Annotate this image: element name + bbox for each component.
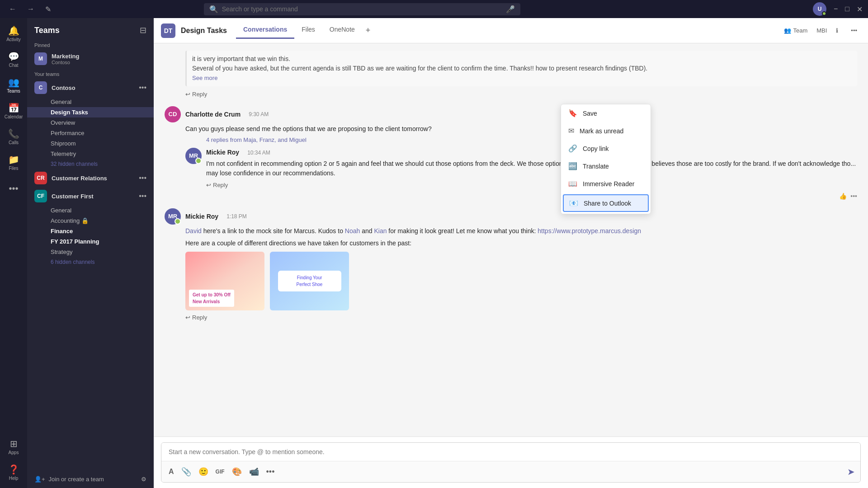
contoso-hidden-channels[interactable]: 32 hidden channels	[27, 159, 154, 169]
reply-link-3[interactable]: ↩ Reply	[185, 313, 857, 322]
meet-button[interactable]: 📹	[247, 465, 261, 479]
sub-message-text: I'm not confident in recommending option…	[206, 159, 857, 178]
your-teams-label: Your teams	[27, 68, 154, 79]
compose-input[interactable]	[161, 443, 860, 461]
ctx-mark-unread[interactable]: ✉ Mark as unread	[561, 122, 651, 140]
back-button[interactable]: ←	[5, 3, 20, 15]
emoji-button[interactable]: 🙂	[197, 465, 210, 479]
rail-item-chat[interactable]: 💬 Chat	[2, 47, 25, 71]
tab-onenote[interactable]: OneNote	[322, 22, 362, 39]
tab-files[interactable]: Files	[294, 22, 322, 39]
marketing-sub: Contoso	[52, 60, 146, 65]
send-button[interactable]: ➤	[847, 466, 855, 477]
info-button[interactable]: ℹ	[832, 25, 842, 36]
attach-button[interactable]: 📎	[179, 465, 193, 479]
tab-conversations[interactable]: Conversations	[236, 22, 294, 39]
avatar-charlotte: CD	[165, 106, 181, 122]
customer-relations-icon: CR	[34, 172, 47, 184]
format-button[interactable]: A	[167, 466, 176, 478]
channel-general[interactable]: General	[27, 97, 154, 107]
files-icon: 📁	[8, 154, 19, 165]
reply-label-1: Reply	[192, 90, 207, 99]
message-3-header: MR Mickie Roy 1:18 PM	[165, 208, 857, 225]
customer-first-hidden-channels[interactable]: 6 hidden channels	[27, 257, 154, 267]
tab-add-button[interactable]: +	[362, 22, 374, 39]
compose-button[interactable]: ✎	[42, 3, 55, 15]
customer-first-more-button[interactable]: •••	[139, 192, 146, 200]
calendar-icon: 📅	[8, 103, 19, 113]
close-button[interactable]: ✕	[857, 5, 863, 14]
ctx-copy-link[interactable]: 🔗 Copy link	[561, 140, 651, 157]
message-more-button[interactable]: •••	[850, 192, 857, 201]
rail-item-help[interactable]: ❓ Help	[2, 460, 25, 484]
mention-noah[interactable]: Noah	[345, 227, 360, 235]
channel-performance[interactable]: Performance	[27, 128, 154, 138]
compose-area: A 📎 🙂 GIF 🎨 📹 ••• ➤	[154, 436, 868, 488]
contoso-more-button[interactable]: •••	[139, 84, 146, 92]
maximize-button[interactable]: □	[845, 5, 849, 13]
channel-fy2017[interactable]: FY 2017 Planning	[27, 236, 154, 247]
customer-relations-more-button[interactable]: •••	[139, 174, 146, 182]
minimize-button[interactable]: −	[834, 5, 838, 13]
ctx-save[interactable]: 🔖 Save	[561, 104, 651, 122]
forward-button[interactable]: →	[24, 3, 38, 15]
image-thumb-2[interactable]: Finding YourPerfect Shoe	[270, 252, 349, 310]
teams-sidebar: Teams ⊟ Pinned M Marketing Contoso Your …	[27, 18, 154, 488]
titlebar: ← → ✎ 🔍 🎤 U − □ ✕	[0, 0, 868, 18]
message-2-actions: 👍 •••	[185, 192, 857, 201]
ctx-share-outlook[interactable]: 📧 Share to Outlook	[563, 194, 649, 212]
rail-item-calls[interactable]: 📞 Calls	[2, 125, 25, 149]
image-thumb-1[interactable]: Get up to 30% OffNew Arrivals	[185, 252, 264, 310]
team-icon: 👥	[784, 27, 791, 34]
reply-link-1[interactable]: ↩ Reply	[185, 90, 857, 99]
channel-shiproom[interactable]: Shiproom	[27, 138, 154, 149]
channel-overview[interactable]: Overview	[27, 117, 154, 128]
filter-icon[interactable]: ⊟	[140, 25, 146, 35]
replies-indicator[interactable]: 4 replies from Maja, Franz, and Miguel	[206, 136, 857, 145]
team-customer-relations[interactable]: CR Customer Relations •••	[27, 169, 154, 187]
rail-item-more[interactable]: •••	[2, 180, 25, 197]
search-input[interactable]	[222, 5, 502, 13]
team-button[interactable]: 👥 Team	[780, 25, 811, 36]
activity-icon: 🔔	[8, 25, 19, 36]
mention-david[interactable]: David	[185, 227, 202, 235]
team-customer-first[interactable]: CF Customer First •••	[27, 187, 154, 205]
message-group-3: MR Mickie Roy 1:18 PM David here's a lin…	[165, 208, 857, 322]
settings-icon[interactable]: ⚙	[141, 476, 146, 483]
user-avatar[interactable]: U	[813, 2, 826, 16]
ctx-translate[interactable]: 🔤 Translate	[561, 157, 651, 175]
rail-label-activity: Activity	[6, 37, 21, 42]
rail-item-activity[interactable]: 🔔 Activity	[2, 22, 25, 46]
pinned-team-marketing[interactable]: M Marketing Contoso	[27, 50, 154, 68]
channel-finance[interactable]: Finance	[27, 226, 154, 236]
sticker-button[interactable]: 🎨	[230, 465, 244, 479]
more-options-button[interactable]: •••	[264, 465, 277, 479]
join-create-team[interactable]: 👤+ Join or create a team ⚙	[27, 470, 154, 488]
giphy-button[interactable]: GIF	[214, 467, 226, 477]
channel-telemetry[interactable]: Telemetry	[27, 149, 154, 159]
marketing-icon: M	[34, 52, 47, 65]
channel-accounting[interactable]: Accounting 🔒	[27, 216, 154, 226]
channel-cf-general[interactable]: General	[27, 205, 154, 216]
prototype-link[interactable]: https://www.prototype.marcus.design	[538, 227, 641, 235]
mic-icon: 🎤	[506, 5, 515, 14]
ctx-immersive-reader[interactable]: 📖 Immersive Reader	[561, 175, 651, 192]
rail-item-teams[interactable]: 👥 Teams	[2, 73, 25, 97]
channel-strategy[interactable]: Strategy	[27, 247, 154, 257]
translate-icon: 🔤	[568, 162, 577, 170]
ctx-immersive-reader-label: Immersive Reader	[583, 180, 634, 188]
ctx-copy-link-label: Copy link	[583, 145, 609, 152]
team-contoso[interactable]: C Contoso •••	[27, 79, 154, 97]
channel-design-tasks[interactable]: Design Tasks	[27, 107, 154, 117]
msg-text-1: here's a link to the mock site for Marcu…	[203, 227, 345, 235]
rail-item-files[interactable]: 📁 Files	[2, 150, 25, 174]
rail-item-apps[interactable]: ⊞ Apps	[2, 435, 25, 459]
search-bar[interactable]: 🔍 🎤	[204, 3, 520, 15]
thumbsup-button[interactable]: 👍	[839, 192, 847, 201]
see-more-link[interactable]: See more	[192, 75, 217, 81]
mention-kian[interactable]: Kian	[374, 227, 387, 235]
context-menu: 🔖 Save ✉ Mark as unread 🔗 Copy link 🔤 Tr…	[561, 104, 651, 214]
rail-item-calendar[interactable]: 📅 Calendar	[2, 99, 25, 123]
channel-more-button[interactable]: •••	[847, 25, 861, 36]
reply-link-sub[interactable]: ↩ Reply	[206, 181, 857, 190]
